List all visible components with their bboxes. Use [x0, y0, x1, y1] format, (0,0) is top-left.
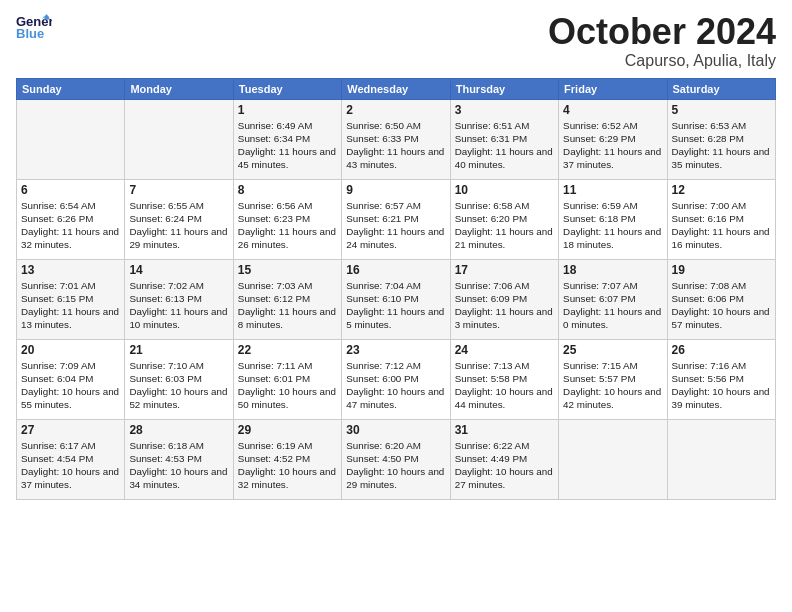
day-cell-2-0: 13Sunrise: 7:01 AM Sunset: 6:15 PM Dayli… [17, 259, 125, 339]
day-info-4: Sunrise: 6:52 AM Sunset: 6:29 PM Dayligh… [563, 119, 662, 172]
day-info-23: Sunrise: 7:12 AM Sunset: 6:00 PM Dayligh… [346, 359, 445, 412]
day-cell-0-6: 5Sunrise: 6:53 AM Sunset: 6:28 PM Daylig… [667, 99, 775, 179]
header-monday: Monday [125, 78, 233, 99]
day-info-19: Sunrise: 7:08 AM Sunset: 6:06 PM Dayligh… [672, 279, 771, 332]
day-number-27: 27 [21, 423, 120, 437]
day-info-11: Sunrise: 6:59 AM Sunset: 6:18 PM Dayligh… [563, 199, 662, 252]
day-number-5: 5 [672, 103, 771, 117]
day-info-30: Sunrise: 6:20 AM Sunset: 4:50 PM Dayligh… [346, 439, 445, 492]
day-number-14: 14 [129, 263, 228, 277]
day-number-8: 8 [238, 183, 337, 197]
day-info-1: Sunrise: 6:49 AM Sunset: 6:34 PM Dayligh… [238, 119, 337, 172]
day-info-6: Sunrise: 6:54 AM Sunset: 6:26 PM Dayligh… [21, 199, 120, 252]
day-number-22: 22 [238, 343, 337, 357]
week-row-3: 13Sunrise: 7:01 AM Sunset: 6:15 PM Dayli… [17, 259, 776, 339]
day-info-14: Sunrise: 7:02 AM Sunset: 6:13 PM Dayligh… [129, 279, 228, 332]
day-number-1: 1 [238, 103, 337, 117]
day-number-19: 19 [672, 263, 771, 277]
day-number-24: 24 [455, 343, 554, 357]
header: General Blue October 2024 Capurso, Apuli… [16, 12, 776, 70]
day-cell-1-4: 10Sunrise: 6:58 AM Sunset: 6:20 PM Dayli… [450, 179, 558, 259]
day-cell-1-0: 6Sunrise: 6:54 AM Sunset: 6:26 PM Daylig… [17, 179, 125, 259]
day-cell-4-3: 30Sunrise: 6:20 AM Sunset: 4:50 PM Dayli… [342, 419, 450, 499]
day-info-31: Sunrise: 6:22 AM Sunset: 4:49 PM Dayligh… [455, 439, 554, 492]
day-cell-1-3: 9Sunrise: 6:57 AM Sunset: 6:21 PM Daylig… [342, 179, 450, 259]
header-thursday: Thursday [450, 78, 558, 99]
day-info-18: Sunrise: 7:07 AM Sunset: 6:07 PM Dayligh… [563, 279, 662, 332]
day-number-4: 4 [563, 103, 662, 117]
day-number-12: 12 [672, 183, 771, 197]
day-number-3: 3 [455, 103, 554, 117]
day-info-15: Sunrise: 7:03 AM Sunset: 6:12 PM Dayligh… [238, 279, 337, 332]
subtitle: Capurso, Apulia, Italy [548, 52, 776, 70]
day-info-13: Sunrise: 7:01 AM Sunset: 6:15 PM Dayligh… [21, 279, 120, 332]
header-friday: Friday [559, 78, 667, 99]
day-info-17: Sunrise: 7:06 AM Sunset: 6:09 PM Dayligh… [455, 279, 554, 332]
day-cell-4-5 [559, 419, 667, 499]
day-cell-0-2: 1Sunrise: 6:49 AM Sunset: 6:34 PM Daylig… [233, 99, 341, 179]
day-number-13: 13 [21, 263, 120, 277]
day-cell-4-4: 31Sunrise: 6:22 AM Sunset: 4:49 PM Dayli… [450, 419, 558, 499]
day-cell-2-6: 19Sunrise: 7:08 AM Sunset: 6:06 PM Dayli… [667, 259, 775, 339]
day-cell-0-5: 4Sunrise: 6:52 AM Sunset: 6:29 PM Daylig… [559, 99, 667, 179]
day-number-30: 30 [346, 423, 445, 437]
day-info-2: Sunrise: 6:50 AM Sunset: 6:33 PM Dayligh… [346, 119, 445, 172]
day-cell-3-4: 24Sunrise: 7:13 AM Sunset: 5:58 PM Dayli… [450, 339, 558, 419]
day-number-28: 28 [129, 423, 228, 437]
day-info-16: Sunrise: 7:04 AM Sunset: 6:10 PM Dayligh… [346, 279, 445, 332]
week-row-4: 20Sunrise: 7:09 AM Sunset: 6:04 PM Dayli… [17, 339, 776, 419]
header-wednesday: Wednesday [342, 78, 450, 99]
day-cell-2-2: 15Sunrise: 7:03 AM Sunset: 6:12 PM Dayli… [233, 259, 341, 339]
day-cell-2-3: 16Sunrise: 7:04 AM Sunset: 6:10 PM Dayli… [342, 259, 450, 339]
week-row-5: 27Sunrise: 6:17 AM Sunset: 4:54 PM Dayli… [17, 419, 776, 499]
day-info-10: Sunrise: 6:58 AM Sunset: 6:20 PM Dayligh… [455, 199, 554, 252]
day-number-2: 2 [346, 103, 445, 117]
day-number-16: 16 [346, 263, 445, 277]
day-cell-1-5: 11Sunrise: 6:59 AM Sunset: 6:18 PM Dayli… [559, 179, 667, 259]
day-number-18: 18 [563, 263, 662, 277]
day-number-10: 10 [455, 183, 554, 197]
day-number-11: 11 [563, 183, 662, 197]
day-number-31: 31 [455, 423, 554, 437]
logo: General Blue [16, 12, 52, 40]
day-cell-0-3: 2Sunrise: 6:50 AM Sunset: 6:33 PM Daylig… [342, 99, 450, 179]
day-cell-3-3: 23Sunrise: 7:12 AM Sunset: 6:00 PM Dayli… [342, 339, 450, 419]
day-number-25: 25 [563, 343, 662, 357]
day-number-20: 20 [21, 343, 120, 357]
calendar-header-row: Sunday Monday Tuesday Wednesday Thursday… [17, 78, 776, 99]
day-cell-4-2: 29Sunrise: 6:19 AM Sunset: 4:52 PM Dayli… [233, 419, 341, 499]
day-info-24: Sunrise: 7:13 AM Sunset: 5:58 PM Dayligh… [455, 359, 554, 412]
day-info-28: Sunrise: 6:18 AM Sunset: 4:53 PM Dayligh… [129, 439, 228, 492]
svg-text:Blue: Blue [16, 26, 44, 40]
day-cell-1-6: 12Sunrise: 7:00 AM Sunset: 6:16 PM Dayli… [667, 179, 775, 259]
day-number-23: 23 [346, 343, 445, 357]
day-cell-3-2: 22Sunrise: 7:11 AM Sunset: 6:01 PM Dayli… [233, 339, 341, 419]
day-cell-0-1 [125, 99, 233, 179]
day-cell-2-1: 14Sunrise: 7:02 AM Sunset: 6:13 PM Dayli… [125, 259, 233, 339]
day-info-29: Sunrise: 6:19 AM Sunset: 4:52 PM Dayligh… [238, 439, 337, 492]
day-number-9: 9 [346, 183, 445, 197]
day-info-22: Sunrise: 7:11 AM Sunset: 6:01 PM Dayligh… [238, 359, 337, 412]
day-cell-0-4: 3Sunrise: 6:51 AM Sunset: 6:31 PM Daylig… [450, 99, 558, 179]
day-info-26: Sunrise: 7:16 AM Sunset: 5:56 PM Dayligh… [672, 359, 771, 412]
header-sunday: Sunday [17, 78, 125, 99]
day-info-12: Sunrise: 7:00 AM Sunset: 6:16 PM Dayligh… [672, 199, 771, 252]
day-cell-3-0: 20Sunrise: 7:09 AM Sunset: 6:04 PM Dayli… [17, 339, 125, 419]
logo-icon: General Blue [16, 12, 52, 40]
day-info-8: Sunrise: 6:56 AM Sunset: 6:23 PM Dayligh… [238, 199, 337, 252]
day-info-3: Sunrise: 6:51 AM Sunset: 6:31 PM Dayligh… [455, 119, 554, 172]
day-info-5: Sunrise: 6:53 AM Sunset: 6:28 PM Dayligh… [672, 119, 771, 172]
day-info-25: Sunrise: 7:15 AM Sunset: 5:57 PM Dayligh… [563, 359, 662, 412]
day-number-21: 21 [129, 343, 228, 357]
day-cell-4-6 [667, 419, 775, 499]
day-number-7: 7 [129, 183, 228, 197]
day-info-21: Sunrise: 7:10 AM Sunset: 6:03 PM Dayligh… [129, 359, 228, 412]
day-info-27: Sunrise: 6:17 AM Sunset: 4:54 PM Dayligh… [21, 439, 120, 492]
day-cell-2-5: 18Sunrise: 7:07 AM Sunset: 6:07 PM Dayli… [559, 259, 667, 339]
day-cell-3-1: 21Sunrise: 7:10 AM Sunset: 6:03 PM Dayli… [125, 339, 233, 419]
day-info-9: Sunrise: 6:57 AM Sunset: 6:21 PM Dayligh… [346, 199, 445, 252]
day-cell-1-1: 7Sunrise: 6:55 AM Sunset: 6:24 PM Daylig… [125, 179, 233, 259]
day-cell-4-0: 27Sunrise: 6:17 AM Sunset: 4:54 PM Dayli… [17, 419, 125, 499]
day-number-29: 29 [238, 423, 337, 437]
header-saturday: Saturday [667, 78, 775, 99]
